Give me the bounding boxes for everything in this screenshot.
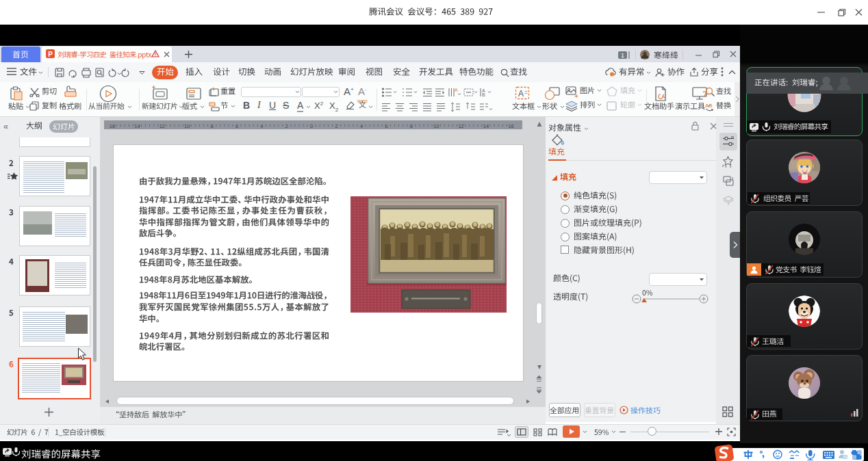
svg-text:8: 8 [410, 123, 413, 129]
svg-text:8: 8 [211, 123, 214, 129]
svg-text:6: 6 [235, 123, 238, 129]
svg-text:0: 0 [310, 123, 313, 129]
svg-text:A: A [455, 88, 458, 92]
svg-text:16: 16 [110, 123, 115, 129]
svg-text:16: 16 [508, 123, 513, 129]
svg-text:A: A [518, 89, 524, 98]
svg-text:B: B [482, 92, 485, 97]
svg-text:12: 12 [159, 123, 165, 129]
svg-text:14: 14 [483, 123, 489, 129]
svg-text:4: 4 [260, 123, 263, 129]
svg-text:10: 10 [433, 123, 439, 129]
svg-text:6: 6 [385, 123, 387, 129]
svg-text:31: 31 [843, 455, 847, 459]
svg-text:14: 14 [134, 123, 140, 129]
svg-text:P: P [48, 51, 53, 58]
svg-text:10: 10 [184, 123, 190, 129]
svg-text:4: 4 [360, 123, 363, 129]
svg-text:2: 2 [335, 123, 338, 129]
svg-text:2: 2 [285, 123, 288, 129]
svg-text:12: 12 [458, 123, 463, 129]
